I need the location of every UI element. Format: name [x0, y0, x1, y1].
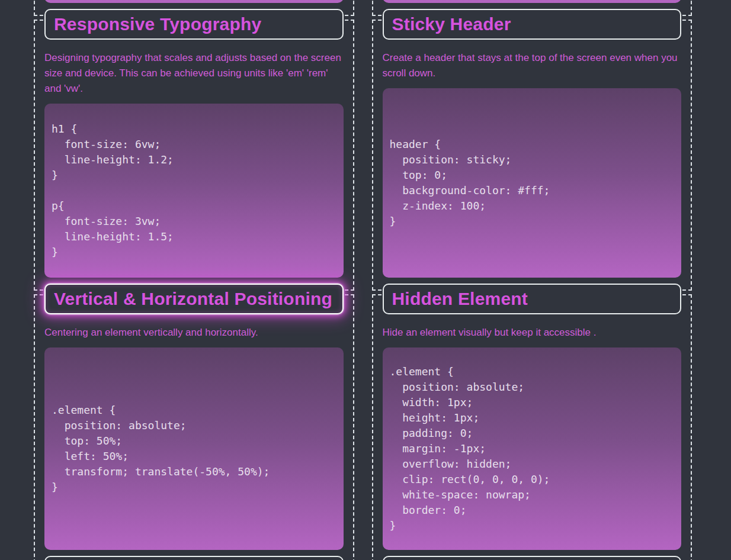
card-title-box: Hidden Element — [383, 284, 682, 314]
code-snippet-block: .element { position: absolute; width: 1p… — [383, 347, 682, 550]
css-tips-grid: Responsive Typography Designing typograp… — [34, 0, 692, 560]
card-description: Centering an element vertically and hori… — [44, 325, 344, 340]
code-snippet-text: h1 { font-size: 6vw; line-height: 1.2; }… — [52, 121, 336, 260]
card-title-box: Sticky Header — [383, 9, 682, 40]
card-responsive-typography[interactable]: Responsive Typography Designing typograp… — [34, 20, 354, 291]
card-title-box-highlighted: Vertical & Horizontal Positioning — [44, 284, 344, 314]
code-snippet-block: h1 { font-size: 6vw; line-height: 1.2; }… — [44, 104, 344, 278]
card-description: Create a header that stays at the top of… — [383, 50, 682, 81]
card-title-box — [44, 556, 344, 560]
code-snippet-block — [383, 0, 682, 3]
code-snippet-block: .element { position: absolute; top: 50%;… — [44, 347, 344, 550]
page-viewport: Responsive Typography Designing typograp… — [0, 0, 731, 560]
card-hidden-element[interactable]: Hidden Element Hide an element visually … — [372, 294, 692, 560]
card-title-box: Responsive Typography — [44, 9, 344, 40]
code-snippet-text: header { position: sticky; top: 0; backg… — [390, 137, 675, 229]
card-title-box — [383, 556, 682, 560]
card-description: Hide an element visually but keep it acc… — [383, 325, 682, 340]
card-vertical-horizontal-positioning[interactable]: Vertical & Horizontal Positioning Center… — [34, 294, 354, 560]
code-snippet-block — [44, 0, 344, 3]
card-description: Designing typography that scales and adj… — [44, 50, 344, 96]
card-sticky-header[interactable]: Sticky Header Create a header that stays… — [372, 20, 692, 291]
code-snippet-block: header { position: sticky; top: 0; backg… — [383, 88, 682, 278]
code-snippet-text: .element { position: absolute; width: 1p… — [390, 364, 675, 533]
code-snippet-text: .element { position: absolute; top: 50%;… — [52, 403, 336, 495]
